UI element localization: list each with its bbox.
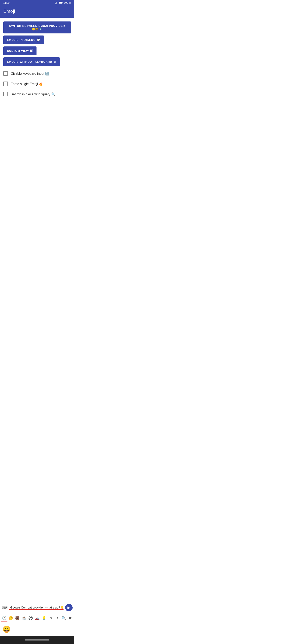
battery-text: 100 % [64,2,71,4]
app-bar: Emoji [0,6,74,18]
force-single-emoji-checkbox[interactable] [3,82,8,86]
disable-keyboard-label: Disable keyboard input 🔢 [11,72,49,76]
disable-keyboard-checkbox[interactable] [3,71,8,76]
svg-rect-2 [56,2,56,4]
custom-view-button[interactable]: CUSTOM VIEW 🖼 [3,46,36,55]
status-right: 100 % [55,2,71,4]
search-in-place-label: Search in place with :query 🔍 [11,92,55,96]
svg-rect-0 [55,3,55,4]
search-in-place-row: Search in place with :query 🔍 [3,89,71,99]
main-content: SWITCH BETWEEN EMOJI PROVIDER 🥺😆🕺 EMOJIS… [0,18,74,99]
search-in-place-checkbox[interactable] [3,92,8,96]
svg-rect-5 [59,2,62,4]
switch-provider-button[interactable]: SWITCH BETWEEN EMOJI PROVIDER 🥺😆🕺 [3,22,71,34]
disable-keyboard-row: Disable keyboard input 🔢 [3,68,71,79]
svg-rect-6 [62,2,62,4]
svg-rect-3 [57,2,57,4]
svg-rect-1 [55,3,56,4]
emojis-no-keyboard-button[interactable]: EMOJIS WITHOUT KEYBOARD 🖥 [3,58,60,66]
app-title: Emoji [3,9,15,14]
emojis-dialog-button[interactable]: EMOJIS IN DIALOG 💬 [3,36,44,44]
force-single-emoji-label: Force single Emoji 🔥 [11,82,43,86]
battery-icon [59,2,63,4]
force-single-emoji-row: Force single Emoji 🔥 [3,79,71,89]
status-bar: 11:00 100 % [0,0,74,6]
signal-icon [55,2,58,4]
status-time: 11:00 [3,2,9,4]
